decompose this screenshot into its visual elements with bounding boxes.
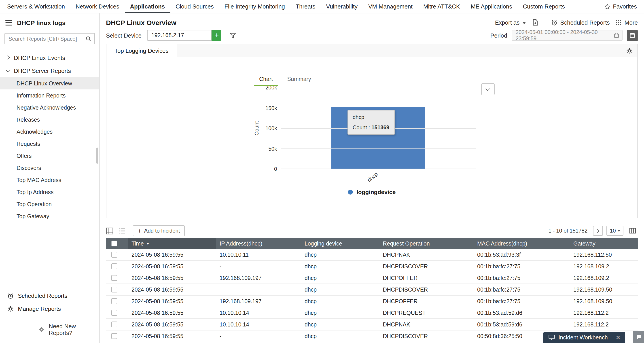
tree-group-dhcp-server-reports[interactable]: DHCP Server Reports [0,64,99,77]
tab-summary[interactable]: Summary [282,76,316,86]
gridline [281,108,476,108]
cell-logging-device: dhcp [301,249,379,260]
tree-item-acknowledges[interactable]: Acknowledges [0,126,99,138]
sidebar-scrollbar[interactable] [96,148,98,164]
nav-tab-file-integrity-monitoring[interactable]: File Integrity Monitoring [219,0,290,13]
filter-funnel-icon[interactable] [230,32,236,39]
add-to-incident-button[interactable]: + Add to Incident [133,226,185,236]
row-checkbox[interactable] [111,298,117,304]
tree-group-label: DHCP Linux Events [14,54,65,61]
tooltip-count-label: Count : [353,124,370,130]
tab-top-logging-devices[interactable]: Top Logging Devices [106,44,177,57]
nav-tab-applications[interactable]: Applications [124,0,170,13]
row-checkbox[interactable] [111,322,117,327]
column-header-time[interactable]: Time▾ [128,238,216,249]
search-button[interactable] [84,35,93,42]
row-checkbox[interactable] [111,252,117,258]
chevron-right-icon [6,55,10,60]
top-nav-items: Servers & WorkstationNetwork DevicesAppl… [2,0,570,13]
tree-item-dhcp-linux-overview[interactable]: DHCP Linux Overview [0,77,99,90]
sidebar-manage-reports[interactable]: Manage Reports [0,302,99,315]
export-file-button[interactable] [532,19,539,26]
column-header-mac-address-dhcp[interactable]: MAC Address(dhcp) [474,238,570,249]
cell-time: 2024-05-08 16:59:55 [128,284,216,295]
chart-legend[interactable]: loggingdevice [247,189,497,196]
tree-item-offers[interactable]: Offers [0,150,99,162]
column-settings-button[interactable] [627,226,638,236]
y-tick-label: 50k [268,146,277,152]
incident-workbench-bar[interactable]: Incident Workbench ✕ [543,332,625,343]
tooltip-count-value: 151369 [372,124,389,130]
cell-gateway: 192.168.109.2 [570,272,638,284]
column-header-logging-device[interactable]: Logging device [301,238,379,249]
row-checkbox[interactable] [111,287,117,292]
tree-item-information-reports[interactable]: Information Reports [0,90,99,102]
tree-item-top-operation[interactable]: Top Operation [0,198,99,210]
next-page-button[interactable] [593,226,603,236]
column-header-gateway[interactable]: Gateway [570,238,638,249]
tree-item-top-ip-address[interactable]: Top Ip Address [0,186,99,198]
list-view-icon[interactable] [118,227,126,234]
table-row[interactable]: 2024-05-08 16:59:55192.168.109.197dhcpDH… [106,272,638,284]
cell-logging-device: dhcp [301,284,379,295]
favorites-button[interactable]: Favorites [604,3,637,10]
table-row[interactable]: 2024-05-08 16:59:55-dhcpDHCPDISCOVER00:1… [106,284,638,296]
nav-tab-network-devices[interactable]: Network Devices [70,0,124,13]
menu-icon[interactable] [5,20,12,26]
add-device-button[interactable]: + [212,30,222,41]
tree-item-top-gateway[interactable]: Top Gateway [0,210,99,222]
sidebar-manage-reports-label: Manage Reports [18,306,61,312]
select-device-label: Select Device [106,32,142,39]
nav-tab-threats[interactable]: Threats [290,0,321,13]
table-row[interactable]: 2024-05-08 16:59:55-dhcpDHCPDISCOVER00:1… [106,261,638,272]
chat-widget-button[interactable] [633,331,644,343]
cell-request-operation: DHCPOFFER [379,272,474,284]
table-row[interactable]: 2024-05-08 16:59:5510.10.10.14dhcpDHCPRE… [106,307,638,319]
chart-options-dropdown[interactable] [481,83,494,95]
cell-time: 2024-05-08 16:59:55 [128,272,216,284]
device-input[interactable] [147,30,212,41]
cell-mac-address-dhcp: 00:1b:53:ad:59:d6 [474,307,570,318]
row-checkbox[interactable] [111,264,117,269]
sort-caret-icon: ▾ [147,241,149,246]
nav-tab-mitre-att-ck[interactable]: Mitre ATT&CK [418,0,465,13]
column-header-ip-address-dhcp[interactable]: IP Address(dhcp) [216,238,301,249]
page-size-dropdown[interactable]: 10 ▾ [606,226,624,236]
need-new-reports[interactable]: Need New Reports? [0,320,99,340]
nav-tab-vm-management[interactable]: VM Management [363,0,418,13]
tree-item-negative-acknowledges[interactable]: Negative Acknowledges [0,102,99,114]
tree-item-top-mac-address[interactable]: Top MAC Address [0,174,99,186]
table-row[interactable]: 2024-05-08 16:59:5510.10.10.14dhcpDHCPNA… [106,319,638,330]
search-input[interactable] [4,33,95,44]
nav-tab-custom-reports[interactable]: Custom Reports [518,0,570,13]
more-button[interactable]: More [616,19,638,26]
export-as-button[interactable]: Export as [495,19,526,26]
column-header-request-operation[interactable]: Request Operation [379,238,474,249]
scheduled-reports-button[interactable]: Scheduled Reports [551,19,610,26]
row-checkbox[interactable] [111,275,117,281]
cell-request-operation: DHCPNAK [379,249,474,260]
nav-tab-cloud-sources[interactable]: Cloud Sources [170,0,219,13]
row-checkbox[interactable] [111,310,117,316]
select-all-checkbox[interactable] [111,240,117,246]
table-row[interactable]: 2024-05-08 16:59:5510.10.10.11dhcpDHCPNA… [106,249,638,261]
nav-tab-vulnerability[interactable]: Vulnerability [321,0,363,13]
nav-tab-servers-workstation[interactable]: Servers & Workstation [2,0,70,13]
panel-settings-button[interactable] [626,47,633,54]
tree-item-discovers[interactable]: Discovers [0,162,99,174]
close-icon[interactable]: ✕ [616,334,620,340]
period-field[interactable]: 2024-05-01 00:00:00 - 2024-05-30 23:59:5… [512,30,622,41]
cell-gateway: 192.168.109.50 [570,296,638,307]
tree-item-requests[interactable]: Requests [0,138,99,150]
grid-view-icon[interactable] [106,227,114,234]
tree-group-dhcp-linux-events[interactable]: DHCP Linux Events [0,52,99,64]
tree-item-releases[interactable]: Releases [0,114,99,126]
cell-time: 2024-05-08 16:59:55 [128,330,216,342]
main-content: DHCP Linux Overview Export as [100,14,644,343]
table-row[interactable]: 2024-05-08 16:59:55192.168.109.197dhcpDH… [106,296,638,307]
nav-tab-me-applications[interactable]: ME Applications [465,0,518,13]
sidebar-scheduled-reports[interactable]: Scheduled Reports [0,289,99,302]
row-checkbox[interactable] [111,333,117,339]
calendar-picker-button[interactable] [627,30,638,41]
cell-ip-address-dhcp: 10.10.10.11 [216,249,301,260]
